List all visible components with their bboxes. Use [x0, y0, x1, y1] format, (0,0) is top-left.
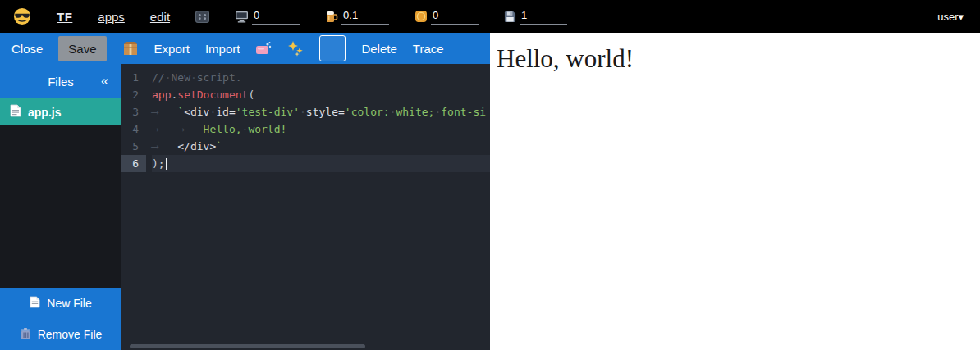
main-area: Close Save Export Import	[0, 33, 980, 350]
code-line[interactable]: );	[152, 155, 490, 172]
code-line[interactable]: ⟶</div>`	[152, 138, 490, 155]
editor-pane: Close Save Export Import	[0, 33, 490, 350]
smiley-sunglasses-icon[interactable]	[13, 7, 31, 25]
trash-icon	[20, 327, 31, 343]
stat-beer: 0.1	[325, 9, 389, 25]
monitor-icon	[235, 11, 249, 25]
close-button[interactable]: Close	[11, 42, 43, 56]
nav-link-edit[interactable]: edit	[150, 10, 170, 24]
remove-file-button[interactable]: Remove File	[0, 319, 121, 350]
code-editor[interactable]: 123456 //·New·script.app.setDocument(⟶`<…	[121, 64, 490, 350]
remove-file-label: Remove File	[38, 328, 103, 341]
gutter-line-number: 2	[121, 86, 146, 103]
package-icon[interactable]	[122, 40, 139, 57]
workspace: Files « app.	[0, 64, 490, 350]
soap-icon[interactable]	[255, 41, 272, 56]
import-button[interactable]: Import	[205, 42, 240, 56]
editor-horizontal-scrollbar[interactable]	[130, 344, 365, 348]
stat-monitor: 0	[235, 9, 300, 25]
files-sidebar: Files « app.	[0, 64, 121, 350]
stat-coin-value[interactable]: 0	[431, 9, 479, 25]
coin-icon	[414, 10, 428, 25]
code-line[interactable]: ⟶⟶Hello,·world!	[152, 120, 490, 138]
trace-button[interactable]: Trace	[413, 42, 444, 56]
stat-floppy-value[interactable]: 1	[520, 9, 567, 25]
file-icon	[10, 104, 21, 120]
stat-beer-value[interactable]: 0.1	[341, 9, 389, 25]
nav-link-apps[interactable]: apps	[98, 10, 125, 24]
files-header: Files «	[0, 64, 121, 98]
delete-button[interactable]: Delete	[361, 42, 396, 56]
gutter-line-number: 1	[121, 69, 146, 86]
empty-slot-button[interactable]	[319, 35, 346, 61]
sparkles-icon[interactable]	[287, 40, 304, 57]
code-line[interactable]: ⟶`<div·id='test-div'·style='color:·white…	[152, 103, 490, 120]
stat-coin: 0	[414, 9, 479, 25]
gutter-line-number: 3	[121, 103, 146, 120]
topbar: TF apps edit 0	[0, 0, 980, 33]
new-file-label: New File	[47, 297, 91, 310]
stat-monitor-value[interactable]: 0	[252, 9, 300, 25]
control-pad-icon[interactable]	[195, 10, 209, 24]
line-number-gutter: 123456	[121, 69, 146, 350]
gutter-line-number: 5	[121, 138, 146, 155]
gutter-line-number: 6	[121, 155, 146, 172]
file-name: app.js	[28, 106, 61, 119]
export-button[interactable]: Export	[154, 42, 190, 56]
code-content[interactable]: //·New·script.app.setDocument(⟶`<div·id=…	[146, 69, 490, 350]
code-line[interactable]: app.setDocument(	[152, 86, 490, 103]
file-list-empty-area	[0, 125, 121, 288]
files-header-label: Files	[48, 75, 74, 89]
collapse-sidebar-button[interactable]: «	[96, 73, 113, 89]
preview-heading: Hello, world!	[497, 44, 980, 74]
app-root: TF apps edit 0	[0, 0, 980, 350]
new-file-button[interactable]: New File	[0, 288, 121, 319]
beer-mug-icon	[325, 10, 338, 25]
floppy-disk-icon	[504, 11, 516, 25]
gutter-line-number: 4	[121, 120, 146, 138]
save-button[interactable]: Save	[58, 36, 106, 61]
nav-link-tf[interactable]: TF	[57, 10, 72, 24]
new-file-icon	[30, 296, 40, 311]
user-menu[interactable]: user▾	[932, 10, 967, 24]
stat-floppy: 1	[504, 9, 567, 25]
file-item-appjs[interactable]: app.js	[0, 98, 121, 125]
editor-toolbar: Close Save Export Import	[0, 33, 490, 64]
code-line[interactable]: //·New·script.	[152, 69, 490, 86]
preview-pane: Hello, world!	[490, 33, 980, 350]
text-cursor	[166, 158, 167, 170]
